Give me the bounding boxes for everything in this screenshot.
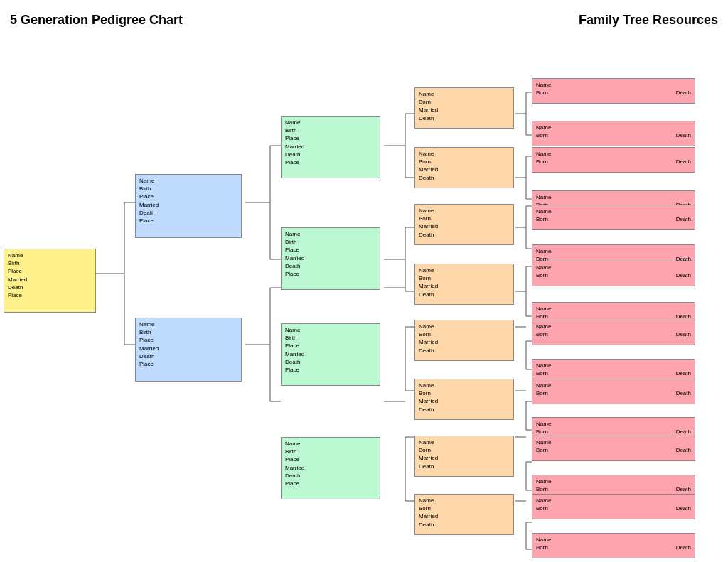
field-death: Death [676,215,691,223]
field-name: Name [536,323,551,330]
field-married: Married [285,254,376,262]
field-death: Death [676,428,691,436]
field-married: Married [419,222,510,230]
field-name: Name [419,323,510,330]
field-death: Death [676,330,691,338]
field-death: Death [676,271,691,279]
field-place2: Place [285,270,376,278]
field-born: Born [419,158,510,166]
field-name: Name [536,247,551,255]
gen4-mff: Name Born Married Death [414,320,514,361]
gen5-5: Name Born Death [532,205,695,230]
gen4-mfm: Name Born Married Death [414,379,514,420]
gen4-fmm: Name Born Married Death [414,264,514,305]
field-married: Married [139,345,237,352]
field-name: Name [536,420,551,428]
field-name: Name [139,177,237,185]
field-place: Place [285,134,376,142]
gen3-mf: Name Birth Place Married Death Place [281,323,380,386]
field-born: Born [536,271,548,279]
field-death: Death [419,463,510,470]
field-death: Death [676,369,691,377]
field-place: Place [139,193,237,200]
field-married: Married [419,338,510,346]
field-name: Name [285,230,376,238]
field-name: Name [536,81,551,89]
field-name: Name [285,440,376,448]
field-death: Death [419,406,510,414]
field-name: Name [285,326,376,334]
gen4-fmf: Name Born Married Death [414,204,514,245]
gen5-9: Name Born Death [532,320,695,345]
field-birth: Birth [8,259,92,267]
field-name: Name [419,90,510,98]
gen5-11: Name Born Death [532,379,695,404]
gen5-16: Name Born Death [532,533,695,558]
field-place: Place [285,455,376,463]
field-married: Married [419,454,510,462]
field-name: Name [419,497,510,504]
field-born: Born [536,504,548,512]
field-born: Born [536,428,548,436]
gen5-3: Name Born Death [532,147,695,173]
pedigree-chart: Name Birth Place Married Death Place Nam… [0,39,728,558]
field-married: Married [419,106,510,114]
gen4-fff: Name Born Married Death [414,87,514,129]
field-death: Death [676,485,691,493]
field-married: Married [139,201,237,209]
field-birth: Birth [285,238,376,246]
field-death: Death [676,389,691,397]
field-married: Married [8,276,92,283]
field-name: Name [536,477,551,485]
field-born: Born [419,98,510,106]
field-born: Born [536,389,548,397]
field-death: Death [676,544,691,551]
gen4-mmf: Name Born Married Death [414,436,514,477]
field-birth: Birth [285,448,376,455]
gen4-mmm: Name Born Married Death [414,494,514,535]
field-death: Death [676,89,691,97]
field-born: Born [536,485,548,493]
field-death: Death [676,158,691,166]
field-name: Name [536,305,551,313]
field-place: Place [139,336,237,344]
field-death: Death [676,131,691,139]
field-name: Name [419,150,510,158]
field-married: Married [419,512,510,520]
field-death: Death [419,347,510,355]
field-born: Born [419,389,510,397]
field-name: Name [419,382,510,389]
gen5-2: Name Born Death [532,121,695,146]
gen2-father: Name Birth Place Married Death Place [135,174,242,238]
field-place2: Place [139,217,237,225]
field-born: Born [419,215,510,222]
field-name: Name [536,497,551,504]
field-married: Married [285,350,376,358]
field-place: Place [285,342,376,350]
field-death: Death [676,504,691,512]
field-death: Death [676,446,691,454]
field-born: Born [536,158,548,166]
field-place2: Place [139,360,237,368]
field-name: Name [536,536,551,544]
field-born: Born [419,330,510,338]
field-death: Death [285,358,376,366]
sidebar-title: Family Tree Resources [579,13,718,28]
field-name: Name [536,264,551,271]
field-death: Death [139,209,237,217]
field-name: Name [419,438,510,446]
gen2-mother: Name Birth Place Married Death Place [135,318,242,382]
field-death: Death [419,174,510,182]
field-death: Death [285,151,376,158]
field-born: Born [536,544,548,551]
field-born: Born [536,330,548,338]
field-death: Death [419,521,510,529]
field-name: Name [536,150,551,158]
field-married: Married [285,143,376,151]
field-married: Married [419,397,510,405]
field-death: Death [419,114,510,122]
field-death: Death [8,283,92,291]
field-place2: Place [285,158,376,166]
field-name: Name [419,207,510,215]
field-married: Married [419,282,510,290]
